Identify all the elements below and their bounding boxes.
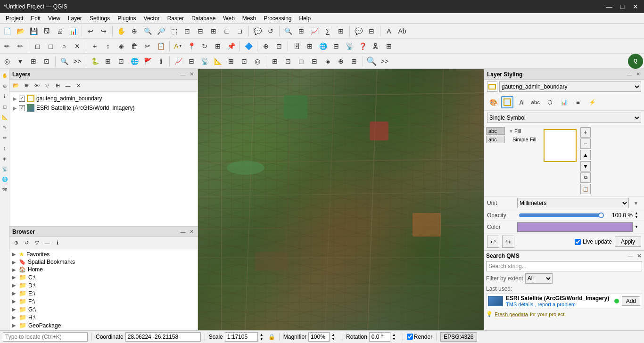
menu-raster[interactable]: Raster [164, 14, 188, 23]
move-down-control-button[interactable]: ▼ [580, 161, 591, 172]
locator-button[interactable]: 🔍 [58, 55, 70, 67]
open-project-button[interactable]: 📂 [14, 25, 26, 37]
zoom-to-selection-button[interactable]: ⊡ [181, 25, 193, 37]
zoom-to-layer-button[interactable]: ⊟ [194, 25, 206, 37]
snap-button[interactable]: ⊡ [273, 40, 285, 52]
measure-button[interactable]: 📐 [212, 55, 224, 67]
new-project-button[interactable]: 📄 [1, 25, 13, 37]
save-project-button[interactable]: 💾 [27, 25, 40, 37]
render-checkbox[interactable] [407, 334, 413, 340]
filter-select-dropdown[interactable]: All Raster Vector [525, 273, 553, 284]
annotation3-button[interactable]: ◻ [295, 55, 307, 67]
layer-btn-2[interactable]: ⊡ [41, 55, 53, 67]
move-icon[interactable]: ↕ [0, 144, 9, 152]
browser-filter-button[interactable]: ▽ [32, 238, 41, 248]
scale-input[interactable] [225, 332, 258, 342]
annotation6-button[interactable]: ⊕ [335, 55, 347, 67]
expand-all-button[interactable]: ⊞ [53, 81, 62, 90]
move-up-control-button[interactable]: ▲ [580, 150, 591, 160]
qms-report-link[interactable]: report a problem [537, 302, 576, 307]
map-icon[interactable]: 🗺 [0, 185, 9, 194]
list-item[interactable]: ▶ 🔖 Spatial Bookmarks [10, 258, 197, 266]
pan-map-button[interactable]: ✋ [115, 25, 127, 37]
list-item[interactable]: ▶ 📁 G:\ [10, 305, 197, 313]
menu-database[interactable]: Database [188, 14, 219, 23]
label-tool-button[interactable]: Ab [396, 25, 408, 37]
digitize-button[interactable]: ✏ [1, 40, 13, 52]
rotation-input[interactable] [369, 332, 390, 342]
menu-web[interactable]: Web [219, 14, 238, 23]
list-item[interactable]: ▶ gauteng_admin_boundary [11, 94, 196, 103]
zoom-last-button[interactable]: ⊏ [221, 25, 233, 37]
menu-settings[interactable]: Settings [86, 14, 114, 23]
qgis-logo-button[interactable]: Q [628, 54, 643, 69]
list-item[interactable]: ▶ ESRI Satellite (ArcGIS/World_Imagery) [11, 103, 196, 113]
paste-button[interactable]: 📋 [155, 40, 167, 52]
label-pin-button[interactable]: 📍 [185, 40, 198, 52]
layer-name-2[interactable]: ESRI Satellite (ArcGIS/World_Imagery) [36, 105, 135, 111]
color-swatch[interactable] [517, 222, 633, 232]
collapse-all-button[interactable]: — [63, 81, 73, 90]
browser-refresh-button[interactable]: ↺ [22, 238, 31, 248]
measure3-button[interactable]: ⊡ [238, 55, 250, 67]
help-button[interactable]: ❓ [356, 40, 369, 52]
locator-input[interactable] [3, 332, 88, 342]
styling-color-icon[interactable]: 🎨 [487, 96, 499, 108]
fresh-geodata-link[interactable]: Fresh geodata [495, 311, 528, 317]
remove-layer-control-button[interactable]: − [580, 139, 591, 149]
browser-add-button[interactable]: ⊕ [11, 238, 21, 248]
chart-button[interactable]: 📈 [172, 55, 184, 67]
more-button[interactable]: >> [71, 55, 83, 67]
deselect-button[interactable]: ✕ [71, 40, 83, 52]
qms-minimize-button[interactable]: — [627, 253, 634, 259]
digitize-toolbar-button[interactable]: 🔷 [242, 40, 255, 52]
wcs-button[interactable]: 📡 [343, 40, 355, 52]
layer-visibility-checkbox-2[interactable] [19, 105, 25, 111]
opacity-slider[interactable] [519, 213, 603, 217]
scale-up-button[interactable]: ▲ [260, 333, 266, 337]
styling-layer-dropdown[interactable]: gauteng_admin_boundary [499, 82, 641, 92]
globe-button[interactable]: 🌐 [128, 55, 140, 67]
magnifier-up-button[interactable]: ▲ [331, 333, 338, 337]
gps-icon[interactable]: 📡 [0, 164, 9, 173]
select-by-radius-button[interactable]: ○ [58, 40, 70, 52]
annotation-button[interactable]: ⊞ [269, 55, 281, 67]
redo-button[interactable]: ↪ [98, 25, 110, 37]
dropdown-1[interactable]: ▼ [14, 55, 26, 67]
zoom-full-button[interactable]: ⊞ [207, 25, 220, 37]
fill-tree-item[interactable]: ▼ Fill [507, 127, 540, 135]
browser-info-button[interactable]: ℹ [53, 238, 62, 248]
data-source-button[interactable]: 🗄 [290, 40, 303, 52]
edit2-icon[interactable]: ✏ [0, 133, 9, 142]
paste-control-button[interactable]: 📋 [580, 184, 591, 194]
qms-details-link[interactable]: details [518, 302, 533, 307]
add-layer-button[interactable]: ⊕ [22, 81, 31, 90]
cut-button[interactable]: ✂ [141, 40, 154, 52]
redo-styling-button[interactable]: ↪ [502, 236, 514, 248]
wms-button[interactable]: 🌐 [317, 40, 329, 52]
magnifier-input[interactable] [308, 332, 330, 342]
identify-icon[interactable]: ℹ [0, 92, 9, 100]
select-by-freehand-button[interactable]: ◻ [45, 40, 57, 52]
menu-project[interactable]: Project [2, 14, 27, 23]
measure2-button[interactable]: ⊞ [225, 55, 237, 67]
list-item[interactable]: ▶ 📁 E:\ [10, 289, 197, 297]
styling-panel-minimize-button[interactable]: — [626, 71, 633, 78]
layers-panel-close-button[interactable]: ✕ [188, 71, 195, 78]
simple-fill-tree-item[interactable]: Simple Fill [507, 136, 540, 143]
pan-to-selection-button[interactable]: ⊕ [128, 25, 140, 37]
save-as-button[interactable]: 🖫 [41, 25, 53, 37]
list-item[interactable]: ▶ 🏠 Home [10, 266, 197, 273]
list-item[interactable]: ▶ 📁 C:\ [10, 273, 197, 281]
gps-button[interactable]: 📡 [198, 55, 211, 67]
wfs-button[interactable]: ⊟ [330, 40, 342, 52]
color-dropdown-button[interactable]: ▼ [635, 225, 641, 229]
qms-search-input[interactable] [486, 261, 642, 271]
crs-button[interactable]: EPSG:4326 [440, 332, 477, 342]
field-calculator-button[interactable]: ⊞ [335, 25, 347, 37]
map-tips-button[interactable]: 💬 [251, 25, 264, 37]
report-button[interactable]: 📊 [67, 25, 79, 37]
qgis-server-button[interactable]: 🖧 [370, 40, 382, 52]
layer-name-1[interactable]: gauteng_admin_boundary [36, 95, 102, 102]
annotation-icon[interactable]: ✎ [0, 123, 9, 131]
